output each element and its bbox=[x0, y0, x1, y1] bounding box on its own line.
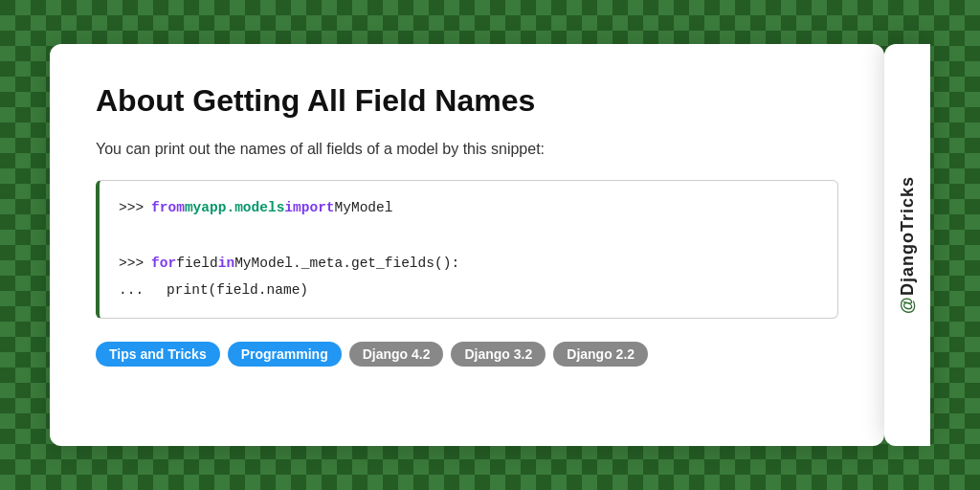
code-line-3: >>> for field in MyModel._meta.get_field… bbox=[119, 252, 818, 276]
tag-django-22[interactable]: Django 2.2 bbox=[553, 342, 648, 367]
code-block: >>> from myapp.models import MyModel >>>… bbox=[96, 180, 838, 319]
code-in: in bbox=[218, 252, 234, 276]
code-prompt-1: >>> bbox=[119, 196, 144, 220]
content-card: About Getting All Field Names You can pr… bbox=[50, 44, 884, 446]
code-module: myapp.models bbox=[185, 196, 284, 220]
code-line-1: >>> from myapp.models import MyModel bbox=[119, 196, 818, 220]
sidebar-handle: @DjangoTricks bbox=[884, 44, 930, 446]
code-mymodel-1: MyModel bbox=[335, 196, 393, 220]
code-field: field bbox=[176, 252, 218, 276]
code-meta-call: MyModel._meta.get_fields(): bbox=[234, 252, 459, 276]
page-wrapper: About Getting All Field Names You can pr… bbox=[50, 44, 930, 446]
code-line-empty bbox=[119, 224, 818, 248]
code-dots: ... bbox=[119, 278, 144, 302]
tag-django-42[interactable]: Django 4.2 bbox=[349, 342, 444, 367]
code-line-4: ... print(field.name) bbox=[119, 278, 818, 302]
code-for: for bbox=[151, 252, 176, 276]
code-from: from bbox=[151, 196, 185, 220]
at-sign: @ bbox=[898, 296, 918, 314]
tags-row: Tips and Tricks Programming Django 4.2 D… bbox=[96, 342, 838, 367]
card-description: You can print out the names of all field… bbox=[96, 138, 838, 161]
tag-programming[interactable]: Programming bbox=[228, 342, 342, 367]
handle-text: DjangoTricks bbox=[898, 176, 918, 296]
code-prompt-3: >>> bbox=[119, 252, 144, 276]
code-print: print(field.name) bbox=[167, 278, 308, 302]
code-import: import bbox=[284, 196, 334, 220]
tag-tips-tricks[interactable]: Tips and Tricks bbox=[96, 342, 220, 367]
tag-django-32[interactable]: Django 3.2 bbox=[451, 342, 546, 367]
card-title: About Getting All Field Names bbox=[96, 82, 838, 119]
